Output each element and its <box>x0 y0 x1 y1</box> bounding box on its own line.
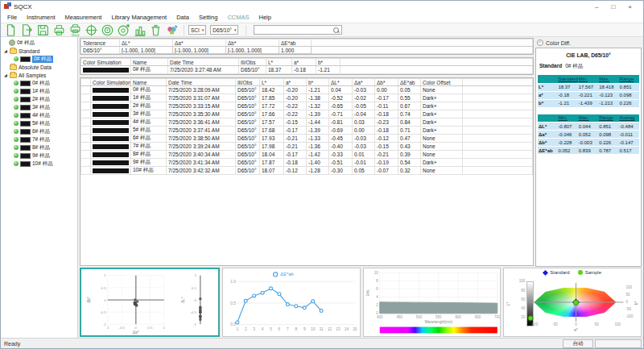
tree-item-sample[interactable]: 0# 样品 <box>1 79 77 87</box>
sample-cell: -0.45 <box>329 135 353 143</box>
color-diff-header[interactable]: ^ Color Diff. <box>535 38 642 48</box>
tree-node-label: Standard <box>19 48 39 54</box>
tree-item-sample[interactable]: 7# 样品 <box>1 135 77 143</box>
color-gamut-chart[interactable]: StandardSample -100-50050100a*100500-50-… <box>503 268 642 337</box>
tree-item-sample[interactable]: 4# 样品 <box>1 111 77 119</box>
measured-icon <box>14 137 19 142</box>
sample-cell: 7/25/2020 3:35:30 AM <box>167 110 236 118</box>
standard-row[interactable]: 0# 样品7/25/2020 3:27:48 AMD65/10°18.37-0.… <box>81 66 533 74</box>
menu-item-library-management[interactable]: Library Management <box>106 13 171 22</box>
menu-item-file[interactable]: File <box>2 13 22 22</box>
expanded-icon[interactable]: ◢ <box>3 48 8 53</box>
tolerance-value[interactable]: 1.000 <box>279 47 312 54</box>
svg-text:6: 6 <box>278 327 280 331</box>
calibration-rings-button[interactable] <box>100 23 115 36</box>
svg-text:1: 1 <box>195 273 197 277</box>
minimize-button[interactable]: – <box>595 3 598 10</box>
menu-item-instrument[interactable]: Instrument <box>22 13 60 22</box>
tree-node-label: Absolute Data <box>19 64 52 70</box>
sample-cell: None <box>421 135 463 143</box>
measurement-mode-select[interactable]: SCI▾ <box>188 25 206 35</box>
sample-row[interactable]: 9# 样品7/25/2020 3:41:34 AMD65/10°17.87-0.… <box>81 159 533 167</box>
menu-item-help[interactable]: Help <box>254 13 275 22</box>
delta-ab-scatter-chart[interactable]: -1-0.500.51-1-0.500.51Δa*Δb*-1-0.500.51Δ… <box>80 268 220 337</box>
color-tool-icon <box>165 23 179 37</box>
tree-item-sample[interactable]: 6# 样品 <box>1 127 77 135</box>
sample-cell: -0.12 <box>375 135 398 143</box>
menubar: FileInstrumentMeasurementLibrary Managem… <box>1 12 643 23</box>
sample-row[interactable]: 1# 样品7/25/2020 3:31:07 AMD65/10°17.85-0.… <box>81 94 533 102</box>
search-input[interactable] <box>254 26 332 34</box>
color-tool-button[interactable] <box>164 23 180 36</box>
sample-cell: -0.21 <box>284 135 307 143</box>
delete-button[interactable] <box>148 23 163 36</box>
measured-icon <box>14 89 19 93</box>
save-icon <box>36 23 50 37</box>
tree-node-absolute-data[interactable]: Absolute Data <box>1 63 77 71</box>
abs-cell: 17.567 <box>578 83 598 91</box>
tree-item-sample[interactable]: 8# 样品 <box>1 143 77 152</box>
legend-label: Sample <box>585 270 601 275</box>
sample-cell: -1.39 <box>307 110 329 118</box>
print-word-button[interactable]: Word <box>68 23 83 36</box>
illuminant-observer-select[interactable]: D65/10°▾ <box>210 25 238 35</box>
spectral-reflectance-chart[interactable]: 0246810400450500550600650700Wavelength(n… <box>363 268 502 337</box>
sample-row[interactable]: 2# 样品7/25/2020 3:33:15 AMD65/10°17.72-0.… <box>81 102 533 110</box>
tolerance-value[interactable]: [-1.000, 1.000] <box>173 47 226 54</box>
collapse-up-icon[interactable]: ^ <box>537 39 543 46</box>
sample-row[interactable]: 0# 样品7/25/2020 3:28:09 AMD65/10°18.42-0.… <box>81 86 533 94</box>
menu-item-measurement[interactable]: Measurement <box>60 13 107 22</box>
search-icon[interactable] <box>332 27 340 34</box>
sample-cell: -0.07 <box>375 167 398 175</box>
calibrate-button[interactable] <box>84 23 99 36</box>
sample-cell: 18.42 <box>260 86 284 94</box>
sample-cell: 7/25/2020 3:39:24 AM <box>167 143 236 151</box>
export-document-button[interactable] <box>19 23 35 36</box>
save-button[interactable] <box>35 23 51 36</box>
tree-item-sample[interactable]: 10# 样品 <box>1 160 77 168</box>
search-box <box>254 25 342 35</box>
close-button[interactable]: × <box>628 3 632 10</box>
expanded-icon[interactable]: ◢ <box>3 73 8 77</box>
sample-row[interactable]: 8# 样品7/25/2020 3:40:34 AMD65/10°18.04-0.… <box>81 151 533 159</box>
target-button[interactable] <box>116 23 131 36</box>
abs-header <box>538 75 557 83</box>
tolerance-value[interactable]: [-1.000, 1.000] <box>120 47 173 54</box>
sample-cell: -0.51 <box>329 159 353 167</box>
tree-item-sample[interactable]: 3# 样品 <box>1 103 77 111</box>
abs-cell: -0.123 <box>598 91 618 99</box>
sample-row[interactable]: 7# 样品7/25/2020 3:39:24 AMD65/10°17.98-0.… <box>81 143 533 151</box>
delta-e-trend-chart[interactable]: ΔE*ab0.00.51.0123456789101112131415 <box>222 268 361 337</box>
tolerance-value[interactable]: [-1.000, 1.000] <box>226 47 279 54</box>
sample-cell: Dark+ <box>421 127 463 135</box>
tree-node-all-samples[interactable]: ◢All Samples <box>1 71 77 79</box>
menu-item-setting[interactable]: Setting <box>194 13 222 22</box>
diff-cell: -0.484 <box>619 123 639 131</box>
tree-item-sample[interactable]: 5# 样品 <box>1 119 77 127</box>
maximize-button[interactable]: □ <box>611 3 615 10</box>
sample-color-swatch <box>20 89 31 94</box>
tree-item-sample[interactable]: 0# 样品 <box>1 55 77 63</box>
tree-node-standard[interactable]: ◢Standard <box>1 47 77 55</box>
menu-item-data[interactable]: Data <box>171 13 194 22</box>
sample-cell: 7/25/2020 3:42:32 AM <box>167 167 236 175</box>
sample-row[interactable]: 10# 样品7/25/2020 3:42:32 AMD65/10°18.07-0… <box>81 167 533 175</box>
sample-row[interactable]: 4# 样品7/25/2020 3:36:41 AMD65/10°17.57-0.… <box>81 118 533 127</box>
print-button[interactable] <box>52 23 67 36</box>
tree-item-sample[interactable]: 2# 样品 <box>1 95 77 103</box>
tree-item-sample[interactable]: 9# 样品 <box>1 152 77 160</box>
sample-cell: 17.93 <box>260 135 284 143</box>
diff-header <box>538 114 557 123</box>
sample-cell: -1.28 <box>307 167 329 175</box>
new-document-button[interactable] <box>3 23 19 36</box>
sample-row[interactable]: 5# 样品7/25/2020 3:37:41 AMD65/10°17.68-0.… <box>81 127 533 135</box>
menu-item-ccmas[interactable]: CCMAS <box>222 13 254 22</box>
tree-item-current-standard[interactable]: 0# 样品 <box>1 39 77 47</box>
auto-button[interactable]: 自动 <box>563 339 593 348</box>
statistics-button[interactable] <box>132 23 147 36</box>
sample-row[interactable]: 3# 样品7/25/2020 3:35:30 AMD65/10°17.66-0.… <box>81 110 533 118</box>
sample-cell: None <box>421 86 463 94</box>
sample-row[interactable]: 6# 样品7/25/2020 3:38:50 AMD65/10°17.93-0.… <box>81 135 533 143</box>
tree-item-sample[interactable]: 1# 样品 <box>1 87 77 95</box>
svg-text:-0.5: -0.5 <box>190 310 196 314</box>
